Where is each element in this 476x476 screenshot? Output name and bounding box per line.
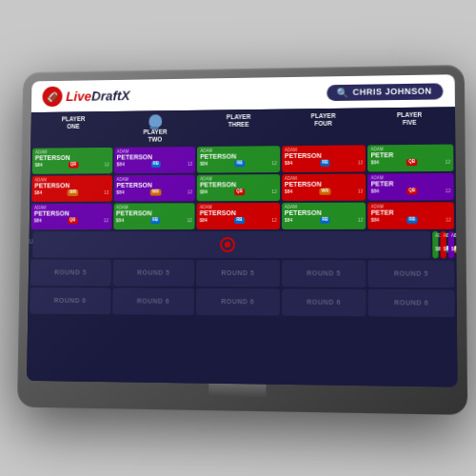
player-last: PETERSON [285,151,363,159]
grid-row-1: ADAM PETERSON $84 QB 12 ADAM PETERSON $8… [32,144,454,173]
player-card[interactable]: ADAM PETERSON $84 RB 12 [282,202,367,228]
round-5-label-1: ROUND 5 [30,259,111,286]
position-badge: WR [68,189,78,195]
player-card[interactable]: ADAM PETERSON $84 QB 12 [32,148,112,174]
col-header-5: PLAYERFIVE [367,110,454,141]
player-number: 12 [188,161,193,167]
draft-board: PLAYERONE PLAYERTWO PLAYERTHREE PLAYERFO… [27,107,457,387]
player-card[interactable]: ADAM PETERSON $84 RB 12 [197,203,280,229]
player-last: PETERSON [200,152,277,160]
player-price: $84 [200,189,208,195]
search-bar[interactable]: 🔍 CHRIS JOHNSON [327,83,443,101]
col-header-4: PLAYERFOUR [281,111,367,141]
round-5-label-3: ROUND 5 [196,259,280,286]
position-badge: RB [407,217,418,223]
player-price: $84 [370,160,379,166]
player-card[interactable]: ADAM PETERSON $84 QB 12 [197,174,280,201]
position-badge: WR [320,188,331,194]
player-number: 12 [104,189,109,195]
player-last: PETERSON [116,209,192,217]
player-number: 12 [271,217,277,223]
player-card[interactable]: ADAM PETER $84 QB 12 [448,230,454,258]
round-5-label-4: ROUND 5 [282,260,367,288]
player-card[interactable]: ADAM PETERSON $84 WR 12 [440,230,446,258]
tv-frame: 🏈 LiveDraftX 🔍 CHRIS JOHNSON PLAYERONE P… [17,65,467,415]
player-price: $84 [35,163,43,169]
round-5-label-5: ROUND 5 [368,260,455,288]
col-header-2: PLAYERTWO [114,114,197,144]
player-number: 12 [187,218,192,224]
grid-row-3: ADAM PETERSON $84 QB 12 ADAM PETERSON $8… [31,202,454,229]
player-price: $84 [117,162,125,168]
position-badge: RB [150,218,160,224]
player-last: PETERSON [34,182,109,189]
position-badge: QB [234,188,245,194]
draft-grid: ADAM PETERSON $84 QB 12 ADAM PETERSON $8… [27,142,457,387]
player-card[interactable]: ADAM PETERSON $84 QB 12 [31,203,112,229]
player-card[interactable]: ADAM PETERSON $84 RB 12 [113,203,195,229]
player-card[interactable]: ADAM PETERSON $84 WR 12 [282,173,367,200]
spin-icon [220,237,235,252]
player-card[interactable]: ADAM PETERSON $84 RB 12 [432,230,438,258]
player-card[interactable]: ADAM PETERSON $84 WR 12 [31,175,111,202]
player-number: 12 [187,189,192,195]
player-number: 12 [271,161,277,167]
header-bar: 🏈 LiveDraftX 🔍 CHRIS JOHNSON [31,74,455,112]
player-number: 12 [271,188,277,194]
position-badge: RB [150,161,160,167]
player-price: $84 [200,218,208,224]
player-card[interactable]: ADAM PETERSON $84 RB 12 [282,145,366,172]
player-last: PETER [371,208,451,216]
tv-screen: 🏈 LiveDraftX 🔍 CHRIS JOHNSON PLAYERONE P… [27,74,457,387]
position-badge: RB [320,217,330,223]
round-6-label-3: ROUND 6 [196,288,280,315]
player-price: $84 [371,188,380,194]
rolling-pick-indicator [32,230,430,258]
helmet-icon [149,114,162,128]
player-card[interactable]: ADAM PETER $84 RB 12 [368,202,454,229]
player-number: 12 [104,218,109,224]
player-price: $84 [285,160,292,166]
player-last: PETER [371,180,451,188]
grid-row-round5: ROUND 5 ROUND 5 ROUND 5 ROUND 5 ROUND 5 [30,259,455,288]
player-last: PETERSON [34,209,109,217]
player-last: PETERSON [117,153,193,161]
position-badge: QB [407,188,417,194]
round-6-label-5: ROUND 6 [368,288,455,316]
logo: 🏈 LiveDraftX [42,86,129,108]
player-last: PETERSON [200,209,277,217]
player-price: $84 [285,217,292,223]
player-price: $84 [371,217,380,223]
player-price: $84 [34,218,42,224]
player-last: PETERSON [200,181,277,188]
tv-stand [208,384,266,398]
player-last: PETERSON [285,208,364,216]
player-price: $84 [116,218,124,224]
player-number: 12 [358,188,364,194]
player-last: PETERSON [116,181,192,188]
search-icon: 🔍 [336,87,347,97]
position-badge: RB [234,217,244,223]
round-5-label-2: ROUND 5 [112,259,194,286]
logo-text: LiveDraftX [66,88,129,103]
grid-row-2: ADAM PETERSON $84 WR 12 ADAM PETERSON $8… [31,172,454,201]
player-last: PETERSON [285,180,363,188]
player-price: $84 [285,188,292,194]
player-number: 12 [358,217,364,223]
player-card[interactable]: ADAM PETER $84 QB 12 [367,144,453,171]
player-card[interactable]: ADAM PETER $84 QB 12 [367,172,453,200]
player-number: 12 [445,159,450,165]
player-number: 12 [446,188,451,194]
grid-row-round4: ROUND 4 ADAM PETERSON $84 RB 12 [30,230,454,258]
col-header-3: PLAYERTHREE [196,113,280,143]
round-6-label-2: ROUND 6 [112,288,194,314]
player-card[interactable]: ADAM PETERSON $84 WR 12 [113,174,195,201]
player-price: $84 [34,190,42,196]
round-6-label-1: ROUND 6 [30,288,110,314]
search-input-value[interactable]: CHRIS JOHNSON [353,87,432,97]
round-6-label-4: ROUND 6 [282,288,367,316]
player-card[interactable]: ADAM PETERSON $84 RB 12 [197,146,280,172]
player-card[interactable]: ADAM PETERSON $84 RB 12 [114,147,196,173]
position-badge: QB [68,218,77,224]
player-number: 12 [446,217,451,223]
